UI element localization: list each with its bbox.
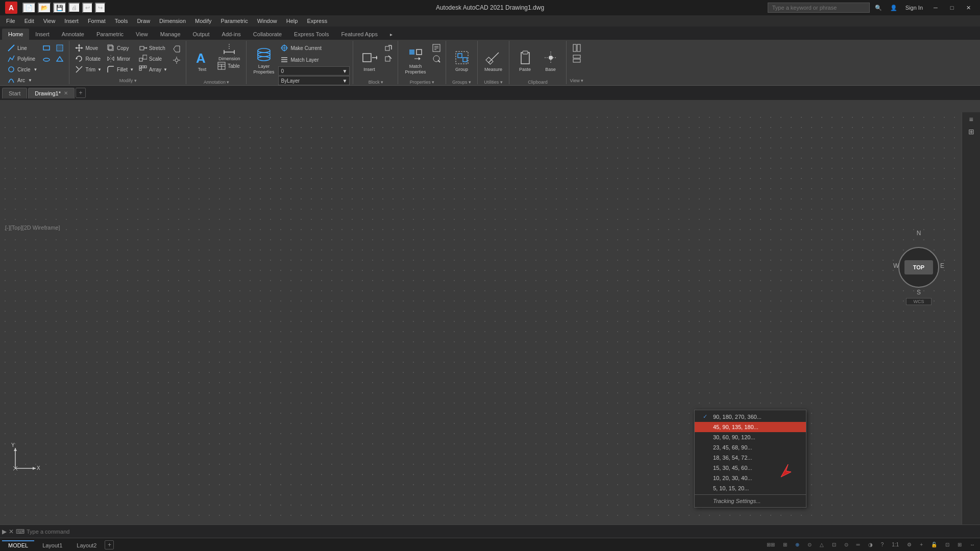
- menu-help[interactable]: Help: [282, 17, 302, 25]
- tab-insert[interactable]: Insert: [29, 29, 56, 40]
- menu-dimension[interactable]: Dimension: [155, 17, 190, 25]
- tab-featured-apps[interactable]: Featured Apps: [335, 29, 384, 40]
- line-button[interactable]: Line: [5, 43, 39, 53]
- text-button[interactable]: A Text: [190, 43, 214, 78]
- rect-button[interactable]: [40, 43, 53, 53]
- right-panel-btn-1[interactable]: ≡: [967, 114, 975, 124]
- modify-group-label[interactable]: Modify ▾: [119, 77, 137, 83]
- tab-addins[interactable]: Add-ins: [216, 29, 247, 40]
- custom-indicator[interactable]: ↔: [967, 541, 978, 548]
- quick-select-button[interactable]: [430, 54, 443, 64]
- status-tab-layout2[interactable]: Layout2: [70, 540, 103, 549]
- block-editor-button[interactable]: [382, 54, 395, 64]
- tab-drawing1[interactable]: Drawing1* ✕: [28, 88, 75, 98]
- lineweight-indicator[interactable]: ═: [853, 541, 863, 548]
- polar-indicator[interactable]: ⊙: [804, 541, 815, 548]
- snap-tracking-indicator[interactable]: △: [817, 541, 827, 548]
- fullscreen-indicator[interactable]: ⊞: [954, 541, 965, 548]
- tab-home[interactable]: Home: [2, 29, 29, 40]
- tracking-option-3[interactable]: 30, 60, 90, 120...: [695, 432, 806, 442]
- search-button[interactable]: 🔍: [872, 4, 885, 12]
- scale-annotation-indicator[interactable]: 1:1: [889, 541, 902, 548]
- arc-button[interactable]: Arc ▼: [5, 75, 39, 85]
- color-dropdown[interactable]: ByLayer ▼: [278, 76, 350, 85]
- user-button[interactable]: 👤: [887, 4, 900, 12]
- command-input[interactable]: [27, 529, 978, 535]
- trim-dropdown-arrow[interactable]: ▼: [97, 67, 102, 72]
- menu-draw[interactable]: Draw: [133, 17, 154, 25]
- layer-name-dropdown[interactable]: 0 ▼: [278, 66, 350, 76]
- array-button[interactable]: Array ▼: [137, 64, 169, 74]
- compass-circle[interactable]: TOP: [898, 247, 939, 288]
- lock-indicator[interactable]: 🔓: [928, 541, 940, 548]
- unit-indicator[interactable]: +: [917, 541, 926, 548]
- ellipse-button[interactable]: [40, 55, 53, 65]
- circle-dropdown-arrow[interactable]: ▼: [34, 67, 38, 72]
- stretch-button[interactable]: Stretch: [137, 43, 169, 53]
- make-current-button[interactable]: Make Current: [278, 43, 324, 53]
- mirror-button[interactable]: Mirror: [105, 54, 136, 64]
- groups-group-label[interactable]: Groups ▾: [452, 79, 471, 85]
- base-button[interactable]: Base: [538, 43, 563, 78]
- match-properties-button[interactable]: MatchProperties: [402, 43, 429, 78]
- menu-window[interactable]: Window: [253, 17, 281, 25]
- polyline-button[interactable]: Polyline: [5, 54, 39, 64]
- table-button[interactable]: Table: [215, 61, 243, 71]
- trim-button[interactable]: Trim ▼: [73, 64, 104, 74]
- minimize-button[interactable]: ─: [928, 3, 943, 13]
- clipboard-group-label[interactable]: Clipboard: [528, 79, 548, 85]
- utilities-group-label[interactable]: Utilities ▾: [484, 79, 503, 85]
- undo-button[interactable]: ↩: [82, 3, 93, 13]
- block-group-label[interactable]: Block ▾: [369, 79, 384, 85]
- ortho-indicator[interactable]: ⊕: [792, 541, 802, 548]
- isolation-indicator[interactable]: ⊡: [942, 541, 952, 548]
- menu-format[interactable]: Format: [84, 17, 110, 25]
- hatch-button[interactable]: [54, 43, 66, 53]
- fillet-button[interactable]: Fillet ▼: [105, 64, 136, 74]
- add-layout-button[interactable]: +: [105, 540, 114, 549]
- redo-button[interactable]: ↪: [95, 3, 106, 13]
- tab-drawing1-close[interactable]: ✕: [64, 90, 68, 96]
- status-tab-layout1[interactable]: Layout1: [36, 540, 68, 549]
- workspace-indicator[interactable]: ⚙: [904, 541, 915, 548]
- search-input[interactable]: [768, 3, 870, 13]
- tab-annotate[interactable]: Annotate: [56, 29, 90, 40]
- insert-button[interactable]: Insert: [357, 43, 381, 78]
- compass-center-label[interactable]: TOP: [904, 260, 933, 274]
- maximize-button[interactable]: □: [944, 3, 960, 13]
- view-btn-1[interactable]: [571, 43, 583, 53]
- menu-parametric[interactable]: Parametric: [216, 17, 252, 25]
- tab-view[interactable]: View: [130, 29, 154, 40]
- transparency-indicator[interactable]: ◑: [865, 541, 876, 548]
- tracking-settings[interactable]: Tracking Settings...: [695, 496, 806, 506]
- explode-button[interactable]: [170, 55, 183, 65]
- tracking-option-2[interactable]: 45, 90, 135, 180...: [695, 422, 806, 432]
- match-layer-button[interactable]: Match Layer: [278, 55, 321, 65]
- erase-button[interactable]: [170, 44, 183, 54]
- dynamic-input-indicator[interactable]: ⊙: [841, 541, 851, 548]
- tab-express-tools[interactable]: Express Tools: [288, 29, 335, 40]
- dimension-button[interactable]: Dimension: [215, 43, 243, 60]
- arc-dropdown-arrow[interactable]: ▼: [28, 78, 32, 83]
- qp-indicator[interactable]: ?: [878, 541, 887, 548]
- tracking-option-8[interactable]: 5, 10, 15, 20...: [695, 483, 806, 493]
- snap-indicator[interactable]: ⊞⊞: [764, 541, 778, 548]
- menu-insert[interactable]: Insert: [60, 17, 83, 25]
- tab-output[interactable]: Output: [187, 29, 216, 40]
- open-button[interactable]: 📂: [38, 3, 51, 13]
- new-button[interactable]: 📄: [22, 3, 36, 13]
- menu-tools[interactable]: Tools: [111, 17, 132, 25]
- move-button[interactable]: Move: [73, 43, 104, 53]
- paste-button[interactable]: Paste: [513, 43, 537, 78]
- tab-collaborate[interactable]: Collaborate: [247, 29, 288, 40]
- tab-add-button[interactable]: +: [76, 88, 86, 98]
- region-button[interactable]: [54, 55, 66, 65]
- annotation-group-label[interactable]: Annotation ▾: [204, 79, 230, 85]
- right-panel-btn-2[interactable]: ⊞: [966, 127, 976, 137]
- menu-edit[interactable]: Edit: [20, 17, 38, 25]
- status-tab-model[interactable]: MODEL: [2, 540, 34, 549]
- properties-panel-button[interactable]: [430, 43, 443, 53]
- tab-parametric[interactable]: Parametric: [90, 29, 130, 40]
- rotate-button[interactable]: Rotate: [73, 54, 104, 64]
- array-dropdown-arrow[interactable]: ▼: [163, 67, 167, 72]
